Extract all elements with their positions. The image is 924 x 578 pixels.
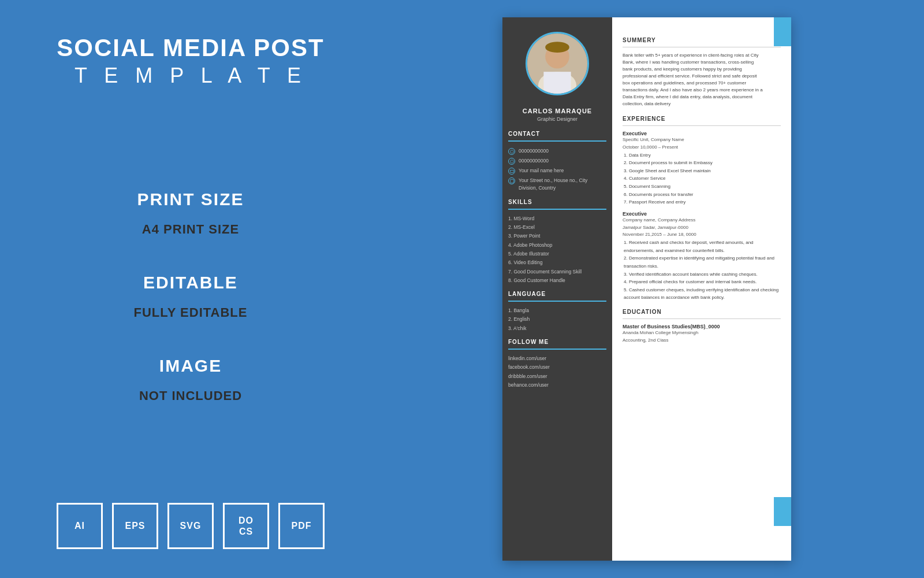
experience-line [623, 125, 781, 126]
svg-point-8 [510, 160, 513, 163]
contact-divider [508, 140, 606, 142]
image-label: IMAGE [139, 349, 242, 383]
job1-duty-6: 6. Documents process for transfer [624, 191, 781, 199]
follow-list: linkedin.com/user facebook.com/user drib… [502, 354, 612, 390]
job2-address: Jamalpur Sadar, Jamalpur-0000 [623, 224, 781, 232]
skill-5: 5. Adobe Illustrator [508, 250, 606, 258]
contact-address: Your Street no., House no., City Divisio… [502, 176, 612, 193]
format-docs: DOCS [223, 503, 269, 549]
svg-point-6 [545, 42, 569, 53]
svg-point-7 [510, 150, 513, 153]
avatar [526, 32, 589, 95]
skill-1: 1. MS-Word [508, 214, 606, 223]
svg-rect-5 [543, 72, 571, 94]
format-eps: EPS [112, 503, 158, 549]
job2-company: Company name, Company Address [623, 217, 781, 224]
experience-title: EXPERIENCE [623, 116, 781, 122]
resume-content: SUMMERY Bank teller with 5+ years of exp… [612, 17, 791, 561]
print-value: A4 PRINT SIZE [137, 217, 244, 242]
contact-email: Your mail name here [502, 166, 612, 176]
job1-duty-1: 1. Data Entry [624, 151, 781, 160]
edu-degree: Master of Business Studies(MBS)_0000 [623, 324, 781, 329]
contact-phone1: 00000000000 [502, 146, 612, 156]
summery-line [623, 47, 781, 47]
title-line1: SOCIAL MEDIA POST [57, 35, 324, 61]
job2-duty-2: 2. Demonstrated expertise in identifying… [624, 254, 781, 270]
left-panel: SOCIAL MEDIA POST T E M P L A T E PRINT … [0, 0, 381, 578]
skill-4: 4. Adobe Photoshop [508, 241, 606, 250]
format-ai: AI [57, 503, 103, 549]
editable-section: EDITABLE FULLY EDITABLE [134, 265, 248, 325]
lang-3: 3. A'chik [508, 324, 606, 333]
contact-phone2: 00000000000 [502, 156, 612, 166]
language-label: LANGUAGE [502, 291, 612, 301]
job1-duty-7: 7. Passport Receive and entry [624, 198, 781, 206]
skill-7: 7. Good Document Scanning Skill [508, 268, 606, 276]
image-section: IMAGE NOT INCLUDED [139, 349, 242, 409]
blue-accent-mid [774, 497, 791, 526]
job1-duty-3: 3. Google Sheet and Excel Sheet maintain [624, 167, 781, 175]
title-line2: T E M P L A T E [57, 64, 324, 88]
job2-duty-3: 3. Verified identification account balan… [624, 271, 781, 279]
education-line [623, 318, 781, 319]
follow-4: behance.com/user [508, 381, 606, 390]
job2-title: Executive [623, 211, 781, 217]
follow-3: dribbble.com/user [508, 372, 606, 381]
avatar-section [502, 17, 612, 104]
title-section: SOCIAL MEDIA POST T E M P L A T E [57, 35, 324, 88]
job1-period: October 10,0000 – Present [623, 144, 781, 151]
job1-duty-4: 4. Customer Service [624, 175, 781, 183]
person-name: CARLOS MARAQUE [502, 104, 612, 116]
job1-duty-2: 2. Document process to submit in Embassy [624, 159, 781, 167]
job2-duty-4: 4. Prepared official checks for customer… [624, 278, 781, 286]
format-pdf: PDF [278, 503, 325, 549]
contact-label: CONTACT [502, 131, 612, 140]
follow-label: FOLLOW ME [502, 339, 612, 349]
job2-duty-1: 1. Received cash and checks for deposit,… [624, 239, 781, 254]
blue-accent-top [774, 17, 791, 46]
job1-title: Executive [623, 131, 781, 136]
skills-list: 1. MS-Word 2. MS-Excel 3. Power Point 4.… [502, 214, 612, 285]
resume-sidebar: CARLOS MARAQUE Graphic Designer CONTACT … [502, 17, 612, 561]
lang-1: 1. Bangla [508, 306, 606, 315]
format-icons: AI EPS SVG DOCS PDF [57, 503, 325, 549]
job1-duty-5: 5. Document Scanning [624, 183, 781, 191]
phone-icon [508, 148, 515, 155]
follow-1: linkedin.com/user [508, 354, 606, 363]
language-list: 1. Bangla 2. English 3. A'chik [502, 306, 612, 333]
edu-college: Ananda Mohan College Mymensingh [623, 329, 781, 337]
job2-duty-5: 5. Cashed customer cheques, including ve… [624, 286, 781, 302]
job2-duties: 1. Received cash and checks for deposit,… [623, 239, 781, 302]
job2-period: November 21,2015 – June 18, 0000 [623, 231, 781, 239]
summery-title: SUMMERY [623, 37, 781, 43]
print-section: PRINT SIZE A4 PRINT SIZE [137, 182, 244, 242]
skills-divider [508, 209, 606, 210]
svg-rect-10 [510, 179, 513, 183]
language-divider [508, 301, 606, 302]
svg-rect-9 [510, 170, 513, 172]
phone2-icon [508, 158, 515, 165]
address-icon [508, 177, 515, 184]
skill-3: 3. Power Point [508, 232, 606, 240]
job1-company: Specific Unit, Company Name [623, 136, 781, 144]
skill-8: 8. Good Customer Handle [508, 276, 606, 285]
image-value: NOT INCLUDED [139, 383, 242, 409]
print-label: PRINT SIZE [137, 182, 244, 217]
person-title: Graphic Designer [502, 116, 612, 131]
editable-label: EDITABLE [134, 265, 248, 300]
skill-2: 2. MS-Excel [508, 223, 606, 232]
job1-duties: 1. Data Entry 2. Document process to sub… [623, 151, 781, 206]
resume-container: CARLOS MARAQUE Graphic Designer CONTACT … [502, 17, 791, 561]
skills-label: SKILLS [502, 199, 612, 209]
summery-text: Bank teller with 5+ years of experience … [623, 52, 781, 108]
editable-value: FULLY EDITABLE [134, 300, 248, 325]
right-panel: CARLOS MARAQUE Graphic Designer CONTACT … [381, 0, 924, 578]
skill-6: 6. Video Editing [508, 258, 606, 267]
follow-2: facebook.com/user [508, 363, 606, 372]
education-title: EDUCATION [623, 309, 781, 315]
lang-2: 2. English [508, 315, 606, 324]
follow-divider [508, 349, 606, 350]
format-svg: SVG [167, 503, 214, 549]
email-icon [508, 168, 515, 175]
edu-class: Accounting, 2nd Class [623, 337, 781, 344]
